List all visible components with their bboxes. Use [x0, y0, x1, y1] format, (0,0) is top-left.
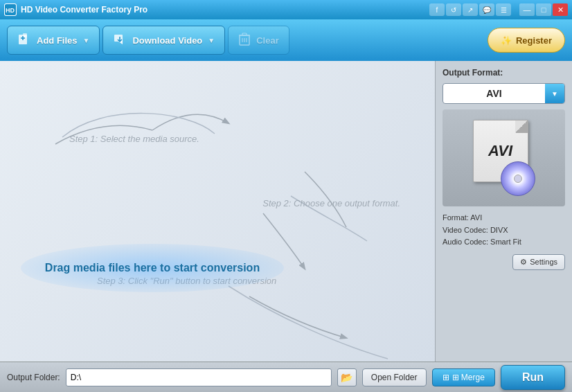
open-folder-button[interactable]: Open Folder: [362, 368, 427, 386]
format-info-format: Format: AVI: [443, 212, 565, 224]
browse-button[interactable]: 📂: [337, 368, 357, 386]
step1-label: Step 1: Select the media source.: [69, 134, 199, 144]
app-title: HD Video Converter Factory Pro: [21, 5, 429, 15]
svg-rect-3: [23, 33, 27, 37]
download-video-label: Download Video: [132, 35, 202, 46]
run-button[interactable]: Run: [501, 365, 565, 390]
clear-button[interactable]: Clear: [228, 26, 289, 55]
register-button[interactable]: ✨ Register: [488, 28, 565, 53]
window-controls: f ↺ ↗ 💬 ☰ — □ ✕: [429, 3, 568, 16]
run-label: Run: [522, 371, 544, 383]
arrows-svg: [0, 61, 435, 362]
refresh-icon[interactable]: ↺: [446, 3, 461, 16]
settings-button[interactable]: ⚙ Settings: [512, 254, 565, 270]
clear-label: Clear: [256, 35, 279, 46]
format-dropdown-arrow[interactable]: ▼: [545, 84, 564, 103]
format-info: Format: AVI Video Codec: DIVX Audio Code…: [443, 212, 565, 249]
drag-zone[interactable]: Drag media files here to start conversio…: [21, 244, 284, 292]
chat-icon[interactable]: 💬: [479, 3, 494, 16]
download-video-button[interactable]: Download Video ▼: [102, 26, 225, 55]
download-video-icon: [113, 32, 127, 48]
browse-icon: 📂: [341, 372, 352, 383]
step2-label: Step 2: Choose one output format.: [262, 198, 400, 208]
disc-center: [514, 175, 522, 183]
app-icon: HD: [4, 3, 17, 16]
right-panel: Output Format: AVI ▼ AVI Format: AVI Vid…: [435, 61, 572, 362]
merge-label: ⊞ Merge: [452, 373, 485, 382]
add-files-label: Add Files: [37, 35, 78, 46]
output-format-label: Output Format:: [443, 68, 565, 78]
format-info-video-codec: Video Codec: DIVX: [443, 224, 565, 237]
avi-file-label: AVI: [488, 142, 512, 160]
settings-label: Settings: [530, 258, 557, 266]
menu-icon[interactable]: ☰: [496, 3, 511, 16]
format-info-audio-codec: Audio Codec: Smart Fit: [443, 236, 565, 249]
svg-text:HD: HD: [6, 7, 15, 14]
clear-icon: [238, 32, 251, 48]
disc-icon: [501, 161, 535, 196]
bottom-bar: Output Folder: 📂 Open Folder ⊞ ⊞ Merge R…: [0, 362, 572, 392]
merge-button[interactable]: ⊞ ⊞ Merge: [432, 368, 495, 386]
drop-area[interactable]: Step 1: Select the media source. Step 2:…: [0, 61, 435, 362]
settings-icon: ⚙: [520, 258, 527, 267]
format-preview: AVI: [443, 109, 565, 206]
minimize-button[interactable]: —: [519, 3, 535, 16]
share-icon[interactable]: ↗: [463, 3, 478, 16]
output-folder-input[interactable]: [66, 368, 332, 386]
download-video-dropdown-arrow: ▼: [208, 37, 215, 44]
close-button[interactable]: ✕: [553, 3, 568, 16]
selected-format-value: AVI: [443, 88, 545, 99]
format-selector[interactable]: AVI ▼: [443, 83, 565, 104]
main-layout: Step 1: Select the media source. Step 2:…: [0, 61, 572, 362]
facebook-icon[interactable]: f: [429, 3, 445, 16]
add-files-icon: [17, 32, 31, 48]
open-folder-label: Open Folder: [371, 373, 418, 382]
output-folder-label: Output Folder:: [7, 373, 60, 382]
svg-rect-11: [242, 33, 247, 35]
drag-zone-text: Drag media files here to start conversio…: [45, 262, 260, 274]
maximize-button[interactable]: □: [536, 3, 551, 16]
register-icon: ✨: [501, 35, 512, 46]
register-label: Register: [516, 35, 552, 46]
title-bar: HD HD Video Converter Factory Pro f ↺ ↗ …: [0, 0, 572, 19]
toolbar: Add Files ▼ Download Video ▼ Cle: [0, 19, 572, 61]
merge-icon: ⊞: [443, 373, 449, 382]
avi-icon: AVI: [473, 120, 535, 196]
add-files-button[interactable]: Add Files ▼: [7, 26, 100, 55]
add-files-dropdown-arrow: ▼: [83, 37, 90, 44]
